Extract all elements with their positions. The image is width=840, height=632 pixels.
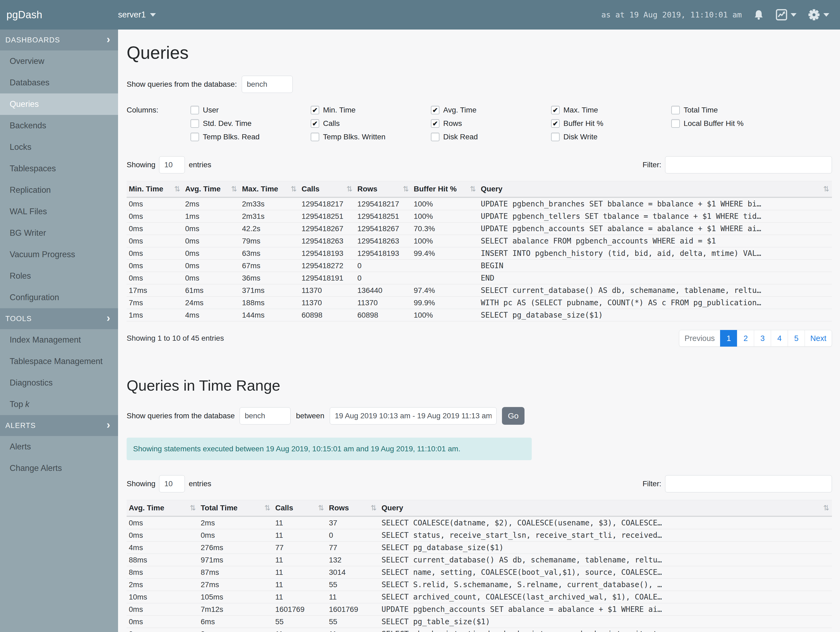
column-option-rows[interactable]: Rows (431, 119, 551, 128)
page-button-previous[interactable]: Previous (679, 330, 721, 347)
sidebar-section-alerts[interactable]: ALERTS› (0, 415, 118, 436)
query-link[interactable]: UPDATE pgbench_accounts SET abalance = a… (379, 603, 832, 616)
sidebar-item-databases[interactable]: Databases (0, 72, 118, 93)
sidebar-item-replication[interactable]: Replication (0, 179, 118, 201)
column-option-disk-read[interactable]: Disk Read (431, 133, 551, 141)
checkbox-checked-icon[interactable] (551, 119, 560, 128)
checkbox-checked-icon[interactable] (431, 106, 439, 114)
column-option-avg-time[interactable]: Avg. Time (431, 106, 551, 114)
column-header-rows[interactable]: Rows⇅ (355, 181, 412, 198)
column-header-calls[interactable]: Calls⇅ (299, 181, 355, 198)
sidebar-item-tablespaces[interactable]: Tablespaces (0, 158, 118, 179)
page-button-2[interactable]: 2 (737, 330, 754, 347)
database-input[interactable] (240, 407, 291, 425)
query-link[interactable]: UPDATE pgbench_branches SET bbalance = b… (478, 197, 832, 210)
checkbox-checked-icon[interactable] (551, 106, 560, 114)
sidebar-item-overview[interactable]: Overview (0, 51, 118, 72)
server-selector[interactable]: server1 (118, 10, 156, 20)
query-link[interactable]: BEGIN (478, 260, 832, 272)
checkbox-icon[interactable] (431, 133, 439, 141)
query-link[interactable]: WITH pc AS (SELECT pubname, COUNT(*) AS … (478, 297, 832, 309)
sidebar-item-diagnostics[interactable]: Diagnostics (0, 372, 118, 394)
sidebar-item-change-alerts[interactable]: Change Alerts (0, 458, 118, 479)
query-link[interactable]: SELECT pg_database_size($1) (478, 309, 832, 322)
query-link[interactable]: SELECT status, receive_start_lsn, receiv… (379, 529, 832, 542)
sidebar-item-locks[interactable]: Locks (0, 136, 118, 158)
column-option-min-time[interactable]: Min. Time (311, 106, 431, 114)
checkbox-icon[interactable] (191, 133, 199, 141)
filter-input[interactable] (665, 156, 832, 173)
sidebar-item-configuration[interactable]: Configuration (0, 287, 118, 308)
charts-menu-button[interactable] (775, 9, 797, 21)
column-header-query[interactable]: Query⇅ (379, 500, 832, 516)
filter-input[interactable] (665, 475, 832, 493)
column-option-max-time[interactable]: Max. Time (551, 106, 671, 114)
query-link[interactable]: SELECT pg_database_size($1) (379, 542, 832, 554)
column-header-rows[interactable]: Rows⇅ (327, 500, 379, 516)
query-link[interactable]: SELECT checkpoints_timed, checkpoints_re… (379, 628, 832, 632)
checkbox-icon[interactable] (191, 119, 199, 128)
column-option-std-dev-time[interactable]: Std. Dev. Time (191, 119, 311, 128)
sidebar-item-queries[interactable]: Queries (0, 93, 118, 115)
checkbox-icon[interactable] (671, 119, 680, 128)
sidebar-item-index-management[interactable]: Index Management (0, 329, 118, 351)
column-option-temp-blks-read[interactable]: Temp Blks. Read (191, 133, 311, 141)
date-range-input[interactable] (330, 407, 497, 425)
query-link[interactable]: SELECT archived_count, COALESCE(last_arc… (379, 591, 832, 603)
notifications-button[interactable] (753, 9, 764, 21)
entries-count-input[interactable] (159, 156, 185, 173)
column-option-temp-blks-written[interactable]: Temp Blks. Written (311, 133, 431, 141)
column-header-buffer-hit[interactable]: Buffer Hit %⇅ (412, 181, 478, 198)
column-header-max-time[interactable]: Max. Time⇅ (240, 181, 299, 198)
column-header-total-time[interactable]: Total Time⇅ (199, 500, 273, 516)
column-option-user[interactable]: User (191, 106, 311, 114)
go-button[interactable]: Go (502, 407, 524, 425)
query-link[interactable]: INSERT INTO pgbench_history (tid, bid, a… (478, 247, 832, 260)
checkbox-icon[interactable] (551, 133, 560, 141)
checkbox-icon[interactable] (191, 106, 199, 114)
query-link[interactable]: END (478, 272, 832, 284)
column-option-calls[interactable]: Calls (311, 119, 431, 128)
column-header-avg-time[interactable]: Avg. Time⇅ (126, 500, 199, 516)
query-link[interactable]: SELECT abalance FROM pgbench_accounts WH… (478, 235, 832, 247)
page-button-next[interactable]: Next (805, 330, 832, 347)
query-link[interactable]: SELECT COALESCE(datname, $2), COALESCE(u… (379, 516, 832, 529)
app-logo[interactable]: pgDash (0, 9, 118, 21)
column-header-calls[interactable]: Calls⇅ (273, 500, 327, 516)
query-link[interactable]: SELECT current_database() AS db, scheman… (379, 554, 832, 566)
column-header-min-time[interactable]: Min. Time⇅ (126, 181, 183, 198)
checkbox-checked-icon[interactable] (311, 119, 319, 128)
query-link[interactable]: UPDATE pgbench_accounts SET abalance = a… (478, 223, 832, 235)
column-header-avg-time[interactable]: Avg. Time⇅ (183, 181, 240, 198)
page-button-5[interactable]: 5 (788, 330, 805, 347)
sidebar-item-roles[interactable]: Roles (0, 265, 118, 287)
sidebar-item-vacuum-progress[interactable]: Vacuum Progress (0, 244, 118, 265)
sidebar-item-alerts[interactable]: Alerts (0, 436, 118, 458)
checkbox-checked-icon[interactable] (311, 106, 319, 114)
query-link[interactable]: SELECT name, setting, COALESCE(boot_val,… (379, 566, 832, 578)
query-link[interactable]: UPDATE pgbench_tellers SET tbalance = tb… (478, 210, 832, 223)
page-button-4[interactable]: 4 (771, 330, 788, 347)
column-option-local-buffer-hit[interactable]: Local Buffer Hit % (671, 119, 791, 128)
sidebar-item-bg-writer[interactable]: BG Writer (0, 222, 118, 244)
sidebar-item-top-k[interactable]: Topk (0, 394, 118, 415)
sidebar-section-dashboards[interactable]: DASHBOARDS› (0, 30, 118, 51)
sidebar-item-backends[interactable]: Backends (0, 115, 118, 136)
column-header-query[interactable]: Query⇅ (478, 181, 832, 198)
query-link[interactable]: SELECT current_database() AS db, scheman… (478, 284, 832, 297)
settings-menu-button[interactable] (808, 9, 829, 21)
sidebar-section-tools[interactable]: TOOLS› (0, 308, 118, 329)
column-option-buffer-hit[interactable]: Buffer Hit % (551, 119, 671, 128)
page-button-3[interactable]: 3 (754, 330, 771, 347)
checkbox-checked-icon[interactable] (431, 119, 439, 128)
page-button-1[interactable]: 1 (720, 330, 737, 347)
checkbox-icon[interactable] (671, 106, 680, 114)
sidebar-item-tablespace-management[interactable]: Tablespace Management (0, 351, 118, 372)
query-link[interactable]: SELECT pg_table_size($1) (379, 616, 832, 628)
checkbox-icon[interactable] (311, 133, 319, 141)
sidebar-item-wal-files[interactable]: WAL Files (0, 201, 118, 222)
entries-count-input[interactable] (159, 475, 185, 493)
column-option-disk-write[interactable]: Disk Write (551, 133, 671, 141)
query-link[interactable]: SELECT S.relid, S.schemaname, S.relname,… (379, 578, 832, 591)
column-option-total-time[interactable]: Total Time (671, 106, 791, 114)
